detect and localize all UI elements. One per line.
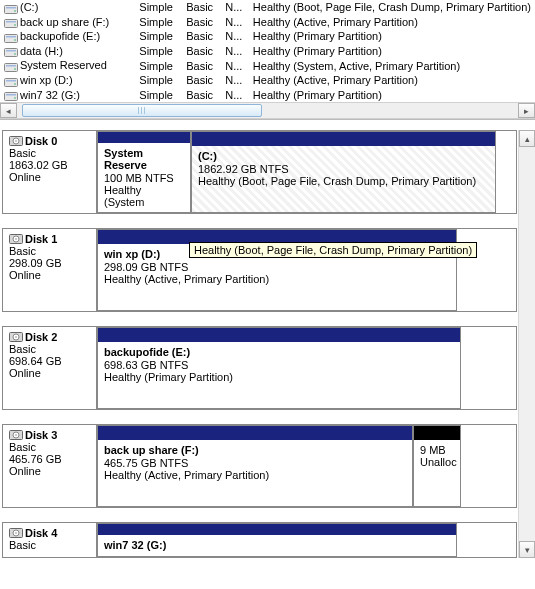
partition-subtitle: 100 MB NTFS	[104, 172, 184, 184]
partition-subtitle: 465.75 GB NTFS	[104, 457, 406, 469]
disk-icon	[9, 331, 23, 343]
vertical-scrollbar[interactable]: ▴ ▾	[518, 130, 535, 558]
scroll-left-arrow[interactable]: ◂	[0, 103, 17, 118]
partition-title: (C:)	[198, 150, 489, 162]
partition-header-bar	[192, 132, 495, 146]
partition-subtitle: 1862.92 GB NTFS	[198, 163, 489, 175]
volume-layout: Simple	[135, 88, 182, 103]
disk-label-panel[interactable]: Disk 3Basic465.76 GBOnline	[3, 425, 97, 507]
scroll-down-arrow[interactable]: ▾	[519, 541, 535, 558]
svg-point-5	[14, 24, 16, 26]
drive-icon	[4, 3, 18, 14]
svg-rect-19	[6, 94, 16, 96]
partition-subtitle: 298.09 GB NTFS	[104, 261, 450, 273]
disk-size: 1863.02 GB	[9, 159, 90, 171]
table-row[interactable]: back up share (F:)SimpleBasicN...Healthy…	[0, 15, 535, 30]
partition-header-bar	[98, 426, 412, 440]
disk-partitions: back up share (F:)465.75 GB NTFSHealthy …	[97, 425, 516, 507]
disk-name: Disk 2	[25, 331, 57, 343]
partition[interactable]: 9 MBUnalloc	[413, 425, 461, 507]
disk-state: Online	[9, 171, 90, 183]
partition-title: backupofide (E:)	[104, 346, 454, 358]
disk-icon	[9, 527, 23, 539]
table-row[interactable]: backupofide (E:)SimpleBasicN...Healthy (…	[0, 29, 535, 44]
disk-row[interactable]: Disk 0Basic1863.02 GBOnlineSystem Reserv…	[2, 130, 517, 214]
table-row[interactable]: win xp (D:)SimpleBasicN...Healthy (Activ…	[0, 73, 535, 88]
volume-status: Healthy (Primary Partition)	[249, 29, 535, 44]
scroll-track[interactable]	[17, 103, 518, 118]
volume-layout: Simple	[135, 0, 182, 15]
svg-point-29	[15, 336, 17, 338]
horizontal-scrollbar[interactable]: ◂ ▸	[0, 102, 535, 119]
volume-type: Basic	[182, 44, 221, 59]
volume-type: Basic	[182, 15, 221, 30]
svg-rect-13	[6, 65, 16, 67]
volume-layout: Simple	[135, 15, 182, 30]
partition[interactable]: backupofide (E:)698.63 GB NTFSHealthy (P…	[97, 327, 461, 409]
volume-name: win xp (D:)	[20, 74, 73, 86]
volume-name: backupofide (E:)	[20, 30, 100, 42]
disk-size: 298.09 GB	[9, 257, 90, 269]
volume-status: Healthy (System, Active, Primary Partiti…	[249, 58, 535, 73]
disk-type: Basic	[9, 539, 90, 551]
volume-layout: Simple	[135, 44, 182, 59]
scroll-thumb[interactable]	[22, 104, 262, 117]
volume-status: Healthy (Active, Primary Partition)	[249, 73, 535, 88]
volume-name: win7 32 (G:)	[20, 89, 80, 101]
drive-icon	[4, 61, 18, 72]
disk-row[interactable]: Disk 3Basic465.76 GBOnlineback up share …	[2, 424, 517, 508]
volume-name: (C:)	[20, 1, 38, 13]
svg-point-20	[14, 97, 16, 99]
disk-partitions: System Reserve100 MB NTFSHealthy (System…	[97, 131, 516, 213]
svg-rect-9	[5, 49, 18, 57]
volume-name: System Reserved	[20, 59, 107, 71]
table-row[interactable]: win7 32 (G:)SimpleBasicN...Healthy (Prim…	[0, 88, 535, 103]
partition[interactable]: back up share (F:)465.75 GB NTFSHealthy …	[97, 425, 413, 507]
disk-partitions: win xp (D:)298.09 GB NTFSHealthy (Active…	[97, 229, 516, 311]
volume-type: Basic	[182, 29, 221, 44]
svg-rect-4	[6, 21, 16, 23]
disk-row[interactable]: Disk 2Basic698.64 GBOnlinebackupofide (E…	[2, 326, 517, 410]
volume-type: Basic	[182, 88, 221, 103]
disk-row[interactable]: Disk 1Basic298.09 GBOnlinewin xp (D:)298…	[2, 228, 517, 312]
disk-label-panel[interactable]: Disk 1Basic298.09 GBOnline	[3, 229, 97, 311]
partition[interactable]: System Reserve100 MB NTFSHealthy (System	[97, 131, 191, 213]
partition-status: Healthy (Active, Primary Partition)	[104, 469, 406, 481]
table-row[interactable]: (C:)SimpleBasicN...Healthy (Boot, Page F…	[0, 0, 535, 15]
table-row[interactable]: data (H:)SimpleBasicN...Healthy (Primary…	[0, 44, 535, 59]
volume-type: Basic	[182, 58, 221, 73]
partition-subtitle: 698.63 GB NTFS	[104, 359, 454, 371]
disk-row[interactable]: Disk 4Basicwin7 32 (G:)	[2, 522, 517, 558]
svg-point-17	[14, 83, 16, 85]
partition[interactable]: (C:)1862.92 GB NTFSHealthy (Boot, Page F…	[191, 131, 496, 213]
volume-status: Healthy (Boot, Page File, Crash Dump, Pr…	[249, 0, 535, 15]
volume-table[interactable]: (C:)SimpleBasicN...Healthy (Boot, Page F…	[0, 0, 535, 102]
volume-filesystem: N...	[221, 15, 249, 30]
partition-status: Healthy (Active, Primary Partition)	[104, 273, 450, 285]
disk-type: Basic	[9, 343, 90, 355]
drive-icon	[4, 32, 18, 43]
partition[interactable]: win7 32 (G:)	[97, 523, 457, 557]
drive-icon	[4, 76, 18, 87]
svg-point-14	[14, 68, 16, 70]
volume-status: Healthy (Primary Partition)	[249, 44, 535, 59]
volume-type: Basic	[182, 0, 221, 15]
disk-state: Online	[9, 465, 90, 477]
svg-point-26	[15, 238, 17, 240]
scroll-up-arrow[interactable]: ▴	[519, 130, 535, 147]
volume-layout: Simple	[135, 58, 182, 73]
partition-title: System Reserve	[104, 147, 184, 171]
scroll-track-v[interactable]	[519, 147, 535, 541]
partition-header-bar	[98, 524, 456, 535]
disk-label-panel[interactable]: Disk 2Basic698.64 GBOnline	[3, 327, 97, 409]
disk-name: Disk 1	[25, 233, 57, 245]
table-row[interactable]: System ReservedSimpleBasicN...Healthy (S…	[0, 58, 535, 73]
svg-rect-12	[5, 63, 18, 71]
svg-rect-16	[6, 80, 16, 82]
disk-label-panel[interactable]: Disk 0Basic1863.02 GBOnline	[3, 131, 97, 213]
scroll-right-arrow[interactable]: ▸	[518, 103, 535, 118]
drive-icon	[4, 90, 18, 101]
volume-type: Basic	[182, 73, 221, 88]
disk-type: Basic	[9, 245, 90, 257]
disk-label-panel[interactable]: Disk 4Basic	[3, 523, 97, 557]
